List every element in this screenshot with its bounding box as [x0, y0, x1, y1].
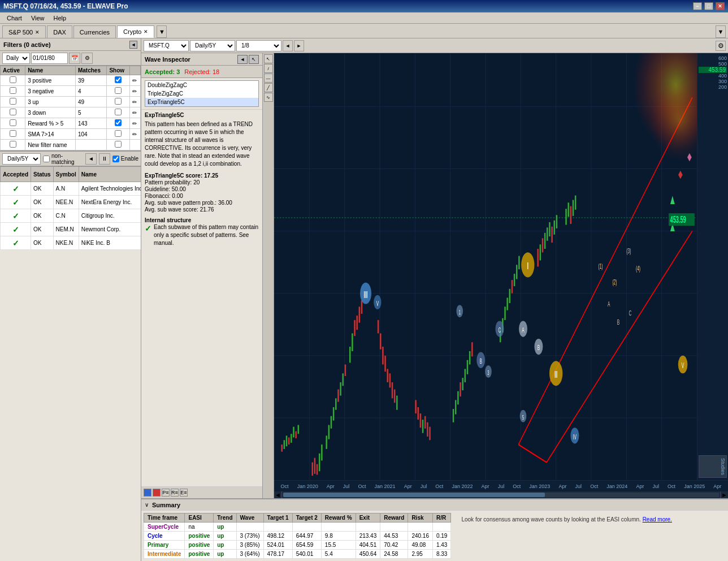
scroll-left-button[interactable]: ◄ [274, 491, 282, 498]
filter-date-input[interactable] [31, 53, 68, 64]
filter-active-cell[interactable] [1, 97, 25, 107]
wave-pattern-triplezigzag[interactable]: TripleZigZagC [145, 89, 258, 98]
maximize-button[interactable]: □ [704, 2, 713, 10]
filter-active-checkbox[interactable] [10, 141, 16, 148]
scanner-name-cell[interactable]: NextEra Energy Inc. [79, 196, 141, 209]
chart-settings-button[interactable]: ⚙ [716, 41, 726, 51]
tab-close-crypto[interactable]: ✕ [144, 29, 148, 34]
scanner-symbol-cell[interactable]: A.N [53, 182, 79, 196]
filter-edit-cell[interactable]: ✏ [129, 97, 140, 107]
tab-crypto[interactable]: Crypto ✕ [117, 25, 154, 38]
filter-calendar-button[interactable]: 📅 [69, 53, 80, 64]
scanner-symbol-cell[interactable]: NEM.N [53, 223, 79, 236]
tool-dash[interactable]: ╱ [264, 83, 273, 92]
tab-sp500[interactable]: S&P 500 ✕ [2, 25, 46, 38]
filter-show-checkbox[interactable] [115, 119, 122, 126]
filter-show-checkbox[interactable] [115, 87, 122, 94]
color-blue-button[interactable] [144, 489, 151, 497]
minimize-button[interactable]: − [693, 2, 702, 10]
chart-symbol-select[interactable]: MSFT.Q [144, 40, 189, 51]
filter-active-checkbox[interactable] [10, 109, 16, 115]
filter-show-checkbox[interactable] [115, 109, 122, 115]
wave-tool-1[interactable]: P≡ [162, 489, 170, 497]
color-red-button[interactable] [153, 489, 161, 497]
menu-view[interactable]: View [27, 14, 49, 23]
wave-tool-3[interactable]: E≡ [180, 489, 188, 497]
chart-timeframe-select[interactable]: Daily/5Y [190, 40, 235, 51]
tab-dax[interactable]: DAX [47, 25, 72, 38]
scanner-name-cell[interactable]: Newmont Corp. [79, 223, 141, 236]
tool-arrow[interactable]: ↖ [264, 54, 273, 63]
summary-read-more-link[interactable]: Read more. [643, 516, 672, 523]
filter-active-cell[interactable] [1, 75, 25, 86]
scanner-row[interactable]: ✓ OK C.N Citigroup Inc. 65.14 neutral po… [1, 209, 141, 223]
filter-edit-cell[interactable]: ✏ [129, 129, 140, 140]
filter-gear-button[interactable]: ⚙ [81, 53, 93, 64]
scanner-name-cell[interactable]: Citigroup Inc. [79, 209, 141, 223]
filter-active-cell[interactable] [1, 107, 25, 118]
wave-inspector-collapse-button[interactable]: ◄ [237, 55, 248, 64]
wave-tool-2[interactable]: R≡ [171, 489, 179, 497]
filter-edit-cell[interactable]: ✏ [129, 75, 140, 86]
scanner-symbol-cell[interactable]: C.N [53, 209, 79, 223]
scanner-row[interactable]: ✓ OK NEM.N Newmont Corp. 47.35 neutral p… [1, 223, 141, 236]
tool-line[interactable]: — [264, 74, 273, 83]
filter-show-cell[interactable] [107, 107, 129, 118]
filter-edit-cell[interactable]: ✏ [129, 86, 140, 97]
enable-label[interactable]: Enable [112, 156, 138, 162]
scanner-name-cell[interactable]: Agilent Technologies Inc. [79, 182, 141, 196]
filter-show-cell[interactable] [107, 129, 129, 140]
filter-show-cell[interactable] [107, 86, 129, 97]
scanner-timeframe-select[interactable]: Daily/5Y [2, 153, 41, 165]
summary-toggle-button[interactable]: ∨ [145, 502, 149, 508]
menu-help[interactable]: Help [49, 14, 71, 23]
filter-collapse-button[interactable]: ◄ [129, 41, 137, 49]
filter-timeframe-select[interactable]: Daily [2, 53, 30, 64]
chart-scrollbar[interactable]: ◄ ► [274, 491, 728, 498]
chart-prev-button[interactable]: ◄ [283, 40, 293, 51]
close-button[interactable]: ✕ [716, 2, 725, 10]
filter-show-cell[interactable] [107, 75, 129, 86]
filter-show-cell[interactable] [107, 118, 129, 129]
scanner-name-cell[interactable]: NiKE Inc. B [79, 236, 141, 250]
chart-next-button[interactable]: ► [294, 40, 304, 51]
scroll-right-button[interactable]: ► [720, 491, 728, 498]
filter-active-checkbox[interactable] [10, 98, 16, 105]
filter-show-cell[interactable] [107, 140, 129, 150]
tab-dropdown-button[interactable]: ▼ [157, 25, 167, 38]
scanner-row[interactable]: ✓ OK NEE.N NextEra Energy Inc. 71.27 neu… [1, 196, 141, 209]
filter-show-checkbox[interactable] [115, 98, 122, 105]
studies-button[interactable]: Studies [699, 455, 727, 478]
show-zero-checkbox[interactable] [43, 156, 50, 162]
filter-show-checkbox[interactable] [115, 76, 122, 83]
scanner-prev-button[interactable]: ◄ [85, 153, 97, 165]
filter-active-checkbox[interactable] [10, 87, 16, 94]
tab-nav-button[interactable]: ▼ [716, 25, 726, 38]
filter-show-cell[interactable] [107, 97, 129, 107]
tab-currencies[interactable]: Currencies [73, 25, 116, 38]
chart-canvas[interactable]: III V I II [274, 53, 697, 480]
wave-pattern-exptriangle[interactable]: ExpTriangle5C [145, 98, 258, 106]
chart-position-select[interactable]: 1/8 [236, 40, 281, 51]
scanner-row[interactable]: ✓ OK NKE.N NiKE Inc. B 71.49 negative ne… [1, 236, 141, 250]
wave-pattern-doublezigzag[interactable]: DoubleZigZagC [145, 81, 258, 89]
filter-active-cell[interactable] [1, 140, 25, 150]
filter-active-checkbox[interactable] [10, 76, 16, 83]
scroll-thumb[interactable] [283, 493, 545, 497]
filter-active-cell[interactable] [1, 118, 25, 129]
tab-close-sp500[interactable]: ✕ [35, 29, 40, 35]
filter-active-checkbox[interactable] [10, 119, 16, 126]
scanner-symbol-cell[interactable]: NKE.N [53, 236, 79, 250]
filter-show-checkbox[interactable] [115, 141, 122, 148]
filter-show-checkbox[interactable] [115, 130, 122, 137]
tool-wave[interactable]: ∿ [264, 93, 273, 102]
scroll-track[interactable] [283, 493, 719, 497]
filter-edit-cell[interactable] [129, 140, 140, 150]
filter-active-cell[interactable] [1, 129, 25, 140]
filter-active-cell[interactable] [1, 86, 25, 97]
scanner-row[interactable]: ✓ OK A.N Agilent Technologies Inc. 125.5… [1, 182, 141, 196]
enable-checkbox[interactable] [112, 156, 119, 162]
scanner-pause-button[interactable]: ⏸ [99, 153, 110, 165]
filter-edit-cell[interactable]: ✏ [129, 118, 140, 129]
menu-chart[interactable]: Chart [2, 14, 27, 23]
